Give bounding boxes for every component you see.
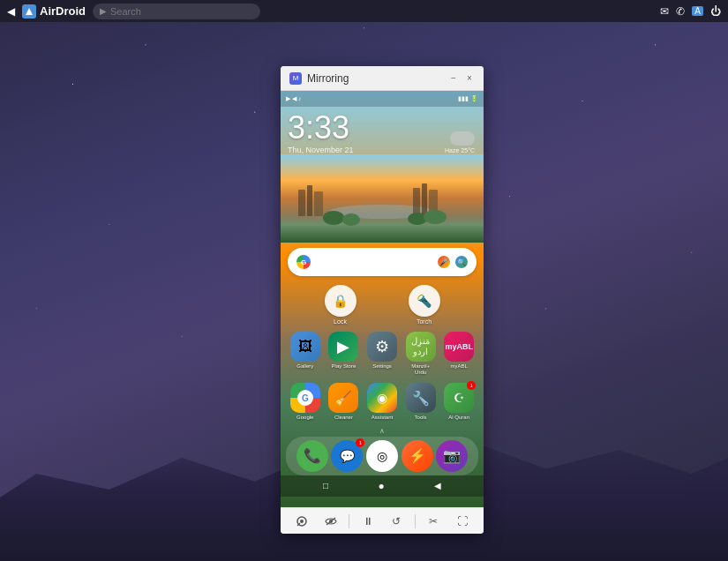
brand: AirDroid bbox=[22, 4, 86, 19]
svg-point-9 bbox=[323, 211, 344, 225]
settings-label: Settings bbox=[372, 363, 392, 370]
google-search-bar[interactable]: G 🎤 🔍 bbox=[288, 248, 477, 276]
lock-icon: 🔒 bbox=[325, 285, 356, 317]
toolbar-refresh[interactable]: ↺ bbox=[386, 511, 407, 532]
toolbar-audio[interactable] bbox=[291, 511, 312, 532]
svg-point-12 bbox=[424, 210, 447, 224]
nav-bar: □ ● ◀ bbox=[281, 475, 484, 497]
svg-rect-7 bbox=[422, 183, 427, 216]
tools-label: Tools bbox=[415, 415, 427, 421]
app-settings[interactable]: ⚙ Settings bbox=[364, 332, 400, 376]
manzil-label: Manzil+Urdu bbox=[411, 363, 430, 376]
search-bar[interactable]: ▶ bbox=[93, 4, 260, 19]
alquran-badge: 1 bbox=[467, 381, 476, 390]
svg-rect-3 bbox=[298, 190, 305, 216]
app-manzil[interactable]: مَنزِلاردو Manzil+Urdu bbox=[403, 332, 439, 376]
toolbar-fullscreen[interactable]: ⛶ bbox=[452, 511, 473, 532]
app-tools[interactable]: 🔧 Tools bbox=[403, 383, 439, 421]
google-label: Google bbox=[296, 415, 313, 421]
app-gallery[interactable]: 🖼 Gallery bbox=[288, 332, 323, 376]
nav-back[interactable]: ◀ bbox=[434, 481, 441, 490]
status-right: ▮▮▮ 🔋 bbox=[458, 95, 478, 102]
torch-label: Torch bbox=[417, 318, 432, 325]
text-icon[interactable]: A bbox=[692, 6, 703, 16]
shortcut-torch[interactable]: 🔦 Torch bbox=[409, 285, 440, 325]
dock-camera[interactable]: 📷 bbox=[436, 440, 468, 472]
assistant-icon: ◉ bbox=[367, 383, 397, 413]
weather-text: Haze 25°C bbox=[445, 147, 475, 153]
toolbar-pause[interactable]: ⏸ bbox=[357, 511, 379, 532]
power-icon[interactable]: ⏻ bbox=[710, 5, 721, 18]
google-g-icon: G bbox=[296, 255, 311, 269]
dock: 📞 💬 1 ◎ ⚡ 📷 bbox=[286, 437, 478, 475]
search-input[interactable] bbox=[110, 6, 253, 17]
airdroid-logo-icon bbox=[22, 4, 36, 19]
app-cleaner[interactable]: 🧹 Cleaner bbox=[326, 383, 362, 421]
gallery-icon: 🖼 bbox=[290, 332, 320, 362]
cleaner-icon: 🧹 bbox=[328, 383, 358, 413]
window-controls: − × bbox=[448, 73, 475, 84]
dock-phone[interactable]: 📞 bbox=[296, 440, 328, 472]
assistant-label: Assistant bbox=[372, 415, 393, 421]
app-grid-row2: G Google 🧹 Cleaner ◉ Assistant 🔧 Tools ☪… bbox=[281, 379, 484, 424]
email-icon[interactable]: ✉ bbox=[660, 5, 669, 18]
app-playstore[interactable]: ▶ Play Store bbox=[326, 332, 362, 376]
back-arrow[interactable]: ◀ bbox=[7, 5, 15, 18]
svg-marker-0 bbox=[26, 8, 33, 15]
brand-name: AirDroid bbox=[40, 4, 86, 18]
close-button[interactable]: × bbox=[464, 73, 475, 84]
google-lens-icon[interactable]: 🔍 bbox=[455, 256, 468, 268]
cleaner-label: Cleaner bbox=[334, 415, 353, 421]
myabl-icon: myABL bbox=[444, 332, 474, 362]
nav-home[interactable]: ● bbox=[378, 480, 384, 492]
quick-shortcuts: 🔒 Lock 🔦 Torch bbox=[281, 281, 484, 328]
alquran-icon: ☪ 1 bbox=[444, 383, 474, 413]
alquran-label: Al Quran bbox=[448, 415, 469, 421]
svg-point-14 bbox=[300, 520, 304, 523]
svg-rect-6 bbox=[413, 188, 420, 216]
tools-icon: 🔧 bbox=[406, 383, 436, 413]
dock-bolt[interactable]: ⚡ bbox=[402, 440, 433, 472]
window-title: Mirroring bbox=[307, 72, 448, 85]
play-icon: ▶ bbox=[100, 6, 107, 16]
messages-badge: 1 bbox=[356, 438, 364, 447]
svg-rect-5 bbox=[314, 191, 323, 216]
dock-expand: ∧ bbox=[281, 425, 484, 437]
shortcut-lock[interactable]: 🔒 Lock bbox=[325, 285, 356, 325]
google-mic-icon[interactable]: 🎤 bbox=[438, 256, 450, 268]
app-alquran[interactable]: ☪ 1 Al Quran bbox=[441, 383, 477, 421]
svg-rect-4 bbox=[307, 185, 312, 216]
playstore-label: Play Store bbox=[332, 363, 356, 370]
playstore-icon: ▶ bbox=[328, 332, 358, 362]
status-left: ▶ ◀ ♪ bbox=[286, 95, 301, 102]
top-bar: ◀ AirDroid ▶ ✉ ✆ A ⏻ bbox=[0, 0, 728, 22]
top-bar-icons: ✉ ✆ A ⏻ bbox=[660, 5, 721, 18]
weather-widget: Haze 25°C bbox=[445, 131, 475, 153]
app-assistant[interactable]: ◉ Assistant bbox=[364, 383, 400, 421]
status-bar: ▶ ◀ ♪ ▮▮▮ 🔋 bbox=[281, 91, 484, 107]
dock-messages[interactable]: 💬 1 bbox=[331, 440, 363, 472]
app-myabl[interactable]: myABL myABL bbox=[441, 332, 477, 376]
manzil-icon: مَنزِلاردو bbox=[406, 332, 436, 362]
nav-recent[interactable]: □ bbox=[323, 481, 328, 490]
gallery-label: Gallery bbox=[296, 363, 313, 370]
city-panorama bbox=[281, 154, 484, 243]
expand-arrow[interactable]: ∧ bbox=[379, 427, 385, 435]
settings-icon: ⚙ bbox=[367, 332, 397, 362]
bottom-toolbar: ⏸ ↺ ✂ ⛶ bbox=[281, 507, 484, 534]
window-titlebar: M Mirroring − × bbox=[281, 66, 484, 91]
google-icon: G bbox=[290, 383, 320, 413]
app-grid-row1: 🖼 Gallery ▶ Play Store ⚙ Settings مَنزِل… bbox=[281, 328, 484, 379]
minimize-button[interactable]: − bbox=[448, 73, 459, 84]
dock-chrome[interactable]: ◎ bbox=[366, 440, 398, 472]
toolbar-scissors[interactable]: ✂ bbox=[423, 511, 444, 532]
toolbar-eye[interactable] bbox=[320, 511, 341, 532]
mirroring-window: M Mirroring − × ▶ ◀ ♪ ▮▮▮ 🔋 3:33 Thu, No… bbox=[281, 66, 484, 534]
phone-icon[interactable]: ✆ bbox=[676, 5, 685, 18]
app-google[interactable]: G Google bbox=[288, 383, 323, 421]
lock-label: Lock bbox=[334, 318, 347, 325]
weather-icon bbox=[450, 131, 475, 146]
phone-screen: ▶ ◀ ♪ ▮▮▮ 🔋 3:33 Thu, November 21 Haze 2… bbox=[281, 91, 484, 507]
mirroring-window-icon: M bbox=[289, 72, 302, 85]
svg-point-10 bbox=[342, 213, 360, 226]
